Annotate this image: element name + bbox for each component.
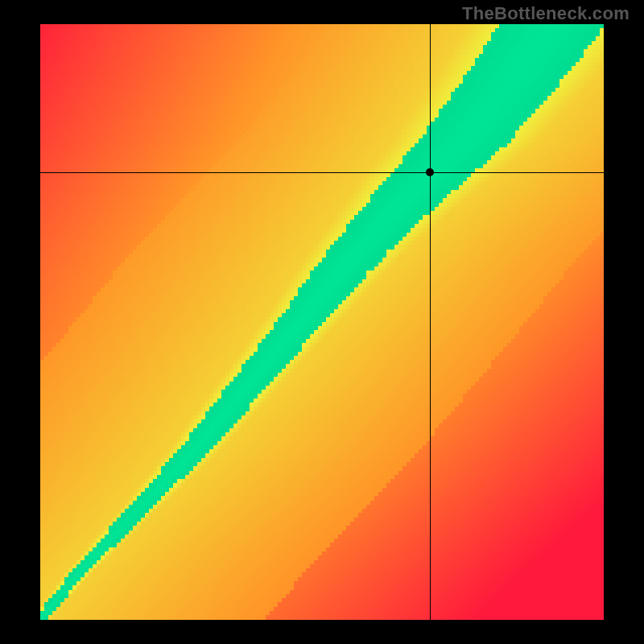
crosshair-vertical <box>430 24 431 620</box>
bottleneck-heatmap <box>40 24 604 620</box>
marker-dot <box>426 168 434 176</box>
chart-frame: TheBottleneck.com <box>0 0 644 644</box>
watermark-label: TheBottleneck.com <box>462 3 630 24</box>
crosshair-horizontal <box>40 172 604 173</box>
